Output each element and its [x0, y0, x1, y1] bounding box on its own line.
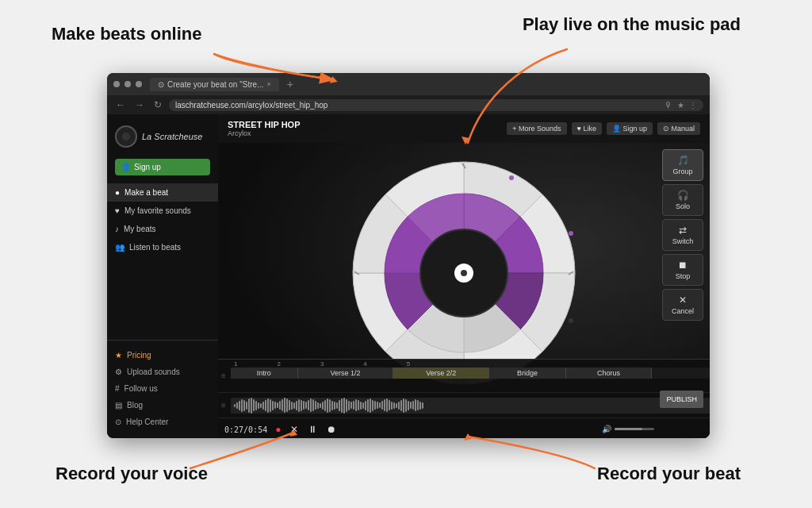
sidebar-item-blog[interactable]: ▤ Blog — [107, 397, 218, 414]
section-chorus[interactable]: Chorus — [566, 368, 653, 379]
browser-tab[interactable]: ⊙ Create your beat on "Stre... × — [150, 78, 279, 91]
favorites-icon: ♥ — [115, 206, 120, 215]
waveform-bar — [272, 401, 274, 410]
waveform-bar — [324, 400, 326, 411]
menu-icon: ⋮ — [689, 101, 697, 110]
tab-title: Create your beat on "Stre... — [167, 80, 263, 89]
waveform-bar — [317, 402, 319, 409]
nav-back-button[interactable]: ← — [113, 99, 128, 110]
tab-icon: ⊙ — [158, 80, 164, 89]
tab-close-icon[interactable]: × — [266, 80, 270, 88]
section-intro[interactable]: Intro — [231, 368, 298, 379]
waveform-bar — [291, 402, 293, 410]
top-bar: STREET HIP HOP Arcylox + More Sounds ♥ L… — [218, 114, 710, 143]
blog-label: Blog — [127, 401, 143, 410]
nav-refresh-button[interactable]: ↻ — [151, 99, 164, 110]
sidebar-item-make-beat[interactable]: ● Make a beat — [107, 183, 218, 202]
stop-label: Stop — [676, 272, 691, 280]
waveform-bar — [296, 401, 297, 410]
waveform-bar — [286, 398, 288, 412]
waveform-bar — [341, 398, 343, 413]
volume-bar[interactable] — [615, 428, 654, 430]
sidebar-item-help[interactable]: ⊙ Help Center — [107, 414, 218, 430]
listen-icon: 👥 — [115, 243, 124, 252]
track-title: STREET HIP HOP — [228, 120, 300, 129]
waveform-bar — [410, 402, 412, 409]
waveform-bar — [279, 401, 281, 410]
volume-icon: 🔊 — [602, 425, 611, 433]
waveform-bar — [348, 401, 350, 410]
more-sounds-button[interactable]: + More Sounds — [507, 122, 566, 135]
waveform-bar — [339, 400, 340, 411]
section-verse1[interactable]: Verse 1/2 — [298, 368, 394, 379]
waveform-bar — [374, 401, 376, 410]
stop-button[interactable]: ⏹ Stop — [662, 254, 703, 286]
waveform-bar — [315, 401, 316, 410]
signup-button[interactable]: 👤 Sign up — [115, 159, 210, 175]
waveform-bar — [384, 399, 385, 411]
section-bar: 1 2 3 4 5 Intro Verse 1/2 Verse 2/2 Brid… — [231, 360, 710, 379]
waveform-bar — [262, 402, 264, 410]
waveform-bar — [236, 402, 238, 409]
address-bar-input[interactable]: laschratcheuse.com/arcylox/street_hip_ho… — [169, 99, 703, 111]
help-label: Help Center — [126, 418, 168, 426]
waveform-handle[interactable]: ≡ — [218, 401, 231, 410]
sidebar-item-upload[interactable]: ⚙ Upload sounds — [107, 364, 218, 380]
pause-button[interactable]: ⏸ — [306, 424, 319, 435]
pricing-icon: ★ — [115, 351, 122, 360]
sidebar: La Scratcheuse 👤 Sign up ● Make a beat ♥… — [107, 114, 218, 438]
upload-icon: ⚙ — [115, 368, 122, 376]
waveform-bar — [305, 402, 307, 409]
waveform-bar — [360, 402, 362, 410]
upload-label: Upload sounds — [127, 368, 180, 376]
my-beats-label: My beats — [124, 225, 156, 233]
waveform-bar — [422, 402, 423, 409]
follow-icon: # — [115, 384, 120, 393]
group-button[interactable]: 🎵 Group — [662, 149, 703, 181]
sidebar-item-my-beats[interactable]: ♪ My beats — [107, 220, 218, 238]
switch-button[interactable]: ⇄ Switch — [662, 219, 703, 251]
transport-bar: 0:27/0:54 ● ✕ ⏸ ⏺ 🔊 — [218, 418, 710, 438]
section-verse2[interactable]: Verse 2/2 — [393, 368, 489, 379]
publish-button[interactable]: PUBLISH — [660, 391, 703, 408]
new-tab-button[interactable]: + — [284, 78, 297, 90]
waveform-bar — [408, 401, 409, 410]
stop-transport-button[interactable]: ✕ — [289, 424, 300, 435]
nav-forward-button[interactable]: → — [132, 99, 147, 110]
waveform-bar — [415, 399, 416, 411]
signup-top-button[interactable]: 👤 Sign up — [607, 122, 653, 135]
manual-button[interactable]: ⊙ Manual — [657, 122, 700, 135]
waveform-bar — [381, 401, 383, 410]
section-bridge[interactable]: Bridge — [489, 368, 566, 379]
svg-point-7 — [509, 175, 514, 180]
signup-label: Sign up — [134, 163, 161, 171]
browser-chrome: ⊙ Create your beat on "Stre... × + — [107, 73, 710, 95]
record-button[interactable]: ● — [274, 424, 282, 435]
annotation-make-beats: Make beats online — [52, 24, 202, 44]
solo-label: Solo — [676, 202, 690, 210]
sidebar-item-favorites[interactable]: ♥ My favorite sounds — [107, 202, 218, 220]
waveform-bar — [393, 402, 395, 409]
sections-track: ≡ 1 2 3 4 5 Intro — [218, 360, 710, 393]
sidebar-item-follow[interactable]: # Follow us — [107, 380, 218, 397]
follow-label: Follow us — [124, 384, 158, 393]
bottom-sequencer: ≡ 1 2 3 4 5 Intro — [218, 359, 710, 438]
sidebar-item-pricing[interactable]: ★ Pricing — [107, 347, 218, 364]
make-beat-label: Make a beat — [124, 188, 168, 197]
transport-time: 0:27/0:54 — [224, 425, 267, 434]
cancel-button[interactable]: ✕ Cancel — [662, 289, 703, 321]
cancel-label: Cancel — [672, 307, 694, 315]
right-panel: 🎵 Group 🎧 Solo ⇄ Switch ⏹ Stop ✕ Can — [662, 149, 703, 321]
waveform-bar — [289, 400, 290, 410]
like-button[interactable]: ♥ Like — [572, 122, 602, 135]
sections-handle[interactable]: ≡ — [218, 371, 231, 380]
waveform-bar — [265, 400, 266, 411]
play-button[interactable]: ⏺ — [325, 424, 338, 435]
waveform-bar — [400, 400, 402, 411]
address-icons: 🎙 ★ ⋮ — [665, 101, 697, 110]
mic-icon: 🎙 — [665, 101, 672, 110]
group-icon: 🎵 — [677, 155, 689, 166]
solo-button[interactable]: 🎧 Solo — [662, 184, 703, 216]
sidebar-item-listen[interactable]: 👥 Listen to beats — [107, 238, 218, 256]
waveform-bar — [336, 402, 338, 409]
